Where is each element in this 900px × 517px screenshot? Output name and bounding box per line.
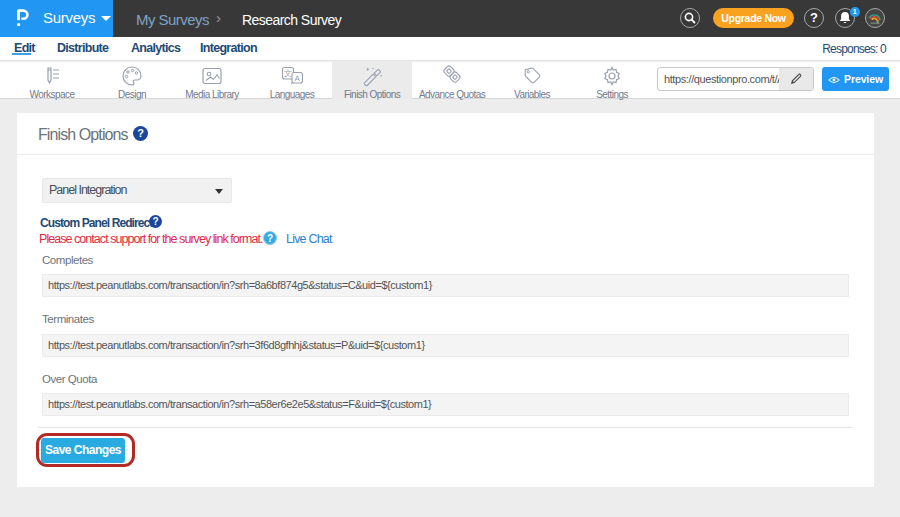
svg-text:文: 文 [284,69,292,78]
svg-text:A: A [295,74,301,83]
